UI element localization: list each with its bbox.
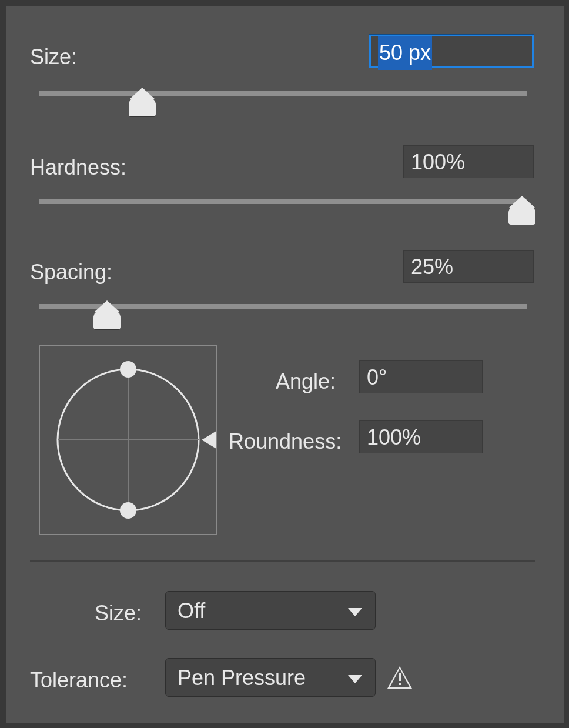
angle-input[interactable]: 0°: [359, 360, 483, 393]
roundness-value-text: 100%: [367, 425, 421, 449]
hardness-slider-track[interactable]: [39, 199, 527, 204]
tolerance-value: Pen Pressure: [178, 666, 306, 690]
size-dynamic-label: Size:: [95, 601, 142, 626]
roundness-input[interactable]: 100%: [359, 420, 483, 453]
spacing-value-text: 25%: [411, 255, 453, 279]
spacing-label: Spacing:: [30, 260, 112, 285]
svg-marker-5: [202, 431, 216, 449]
size-value-text: 50 px: [378, 36, 432, 70]
svg-point-3: [120, 361, 136, 378]
svg-rect-8: [399, 673, 401, 681]
angle-row: Angle:: [276, 364, 336, 399]
tolerance-dropdown[interactable]: Pen Pressure: [165, 658, 376, 697]
tolerance-row: Tolerance:: [30, 663, 128, 698]
spacing-input[interactable]: 25%: [403, 250, 534, 283]
brush-settings-panel: Size: 50 px Hardness: 100% Spacing: 25% …: [6, 6, 564, 723]
chevron-down-icon: [348, 608, 362, 616]
size-slider-track[interactable]: [39, 91, 527, 96]
size-label: Size:: [30, 45, 77, 69]
svg-point-4: [120, 502, 136, 519]
size-dynamic-row: Size:: [95, 596, 142, 631]
size-row: Size:: [30, 39, 77, 75]
section-divider: [30, 560, 535, 562]
svg-rect-9: [399, 683, 401, 685]
hardness-label: Hardness:: [30, 155, 126, 180]
brush-angle-widget[interactable]: [39, 345, 217, 535]
angle-value-text: 0°: [367, 365, 387, 389]
size-slider-thumb[interactable]: [129, 98, 156, 116]
chevron-down-icon: [348, 675, 362, 683]
roundness-row: Roundness:: [229, 424, 342, 459]
warning-icon: [387, 666, 412, 689]
tolerance-label: Tolerance:: [30, 668, 128, 693]
angle-label: Angle:: [276, 369, 336, 394]
spacing-row: Spacing:: [30, 255, 112, 290]
size-dynamic-value: Off: [178, 599, 205, 623]
size-input[interactable]: 50 px: [369, 35, 534, 68]
hardness-input[interactable]: 100%: [403, 145, 534, 178]
roundness-label: Roundness:: [229, 429, 342, 454]
spacing-slider-thumb[interactable]: [93, 310, 121, 329]
size-dynamic-dropdown[interactable]: Off: [165, 591, 376, 630]
hardness-value-text: 100%: [411, 150, 465, 174]
hardness-slider-thumb[interactable]: [508, 206, 535, 225]
hardness-row: Hardness:: [30, 150, 126, 185]
